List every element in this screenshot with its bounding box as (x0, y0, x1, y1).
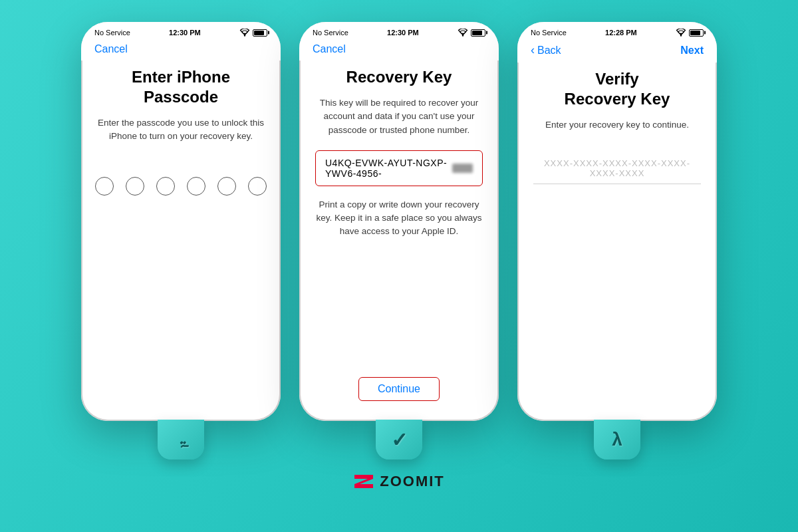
passcode-dot-4[interactable] (187, 177, 205, 196)
passcode-dot-2[interactable] (126, 177, 144, 196)
svg-point-1 (462, 35, 464, 36)
continue-button[interactable]: Continue (358, 377, 440, 401)
recovery-key-blur (452, 164, 473, 173)
phone1-wrapper: No Service 12:30 PM Ca (81, 22, 281, 460)
verify-input-container: XXXX-XXXX-XXXX-XXXX-XXXX-XXXX-XXXX (533, 158, 701, 184)
zoomit-logo-icon (353, 473, 374, 489)
back-label-3: Back (537, 45, 561, 57)
logo-text: ZOOMIT (380, 473, 445, 490)
back-chevron-icon: ‹ (531, 43, 535, 57)
phone2-tab: ✓ (376, 420, 422, 460)
battery-icon-3 (689, 29, 704, 37)
phone2-wrapper: No Service 12:30 PM Ca (299, 22, 499, 460)
back-button-3[interactable]: ‹ Back (531, 43, 561, 57)
wifi-icon-1 (239, 29, 250, 37)
battery-icon-1 (253, 29, 267, 37)
status-left-3: No Service (531, 29, 567, 37)
phone1: No Service 12:30 PM Ca (81, 22, 281, 421)
nav-bar-2: Cancel (299, 41, 499, 61)
phone2: No Service 12:30 PM Ca (299, 22, 499, 421)
passcode-dots (95, 177, 267, 196)
status-right-3 (676, 29, 704, 37)
status-bar-1: No Service 12:30 PM (81, 22, 281, 41)
cancel-button-1[interactable]: Cancel (94, 43, 128, 55)
status-center-1: 12:30 PM (169, 29, 201, 37)
recovery-key-value: U4KQ-EVWK-AYUT-NGXP-YWV6-4956- (325, 158, 450, 179)
phone2-title: Recovery Key (346, 67, 452, 87)
phone3-title: VerifyRecovery Key (565, 69, 670, 109)
phones-container: No Service 12:30 PM Ca (81, 22, 717, 460)
nav-bar-3: ‹ Back Next (517, 41, 717, 63)
phone3-wrapper: No Service 12:28 PM (517, 22, 717, 460)
status-left-1: No Service (94, 29, 130, 37)
verify-placeholder[interactable]: XXXX-XXXX-XXXX-XXXX-XXXX-XXXX-XXXX (533, 158, 701, 178)
recovery-key-text: U4KQ-EVWK-AYUT-NGXP-YWV6-4956- (325, 158, 473, 179)
phone3-content: VerifyRecovery Key Enter your recovery k… (517, 63, 717, 421)
phone2-footer: Print a copy or write down your recovery… (315, 198, 483, 239)
wifi-icon-3 (676, 29, 686, 37)
cancel-button-2[interactable]: Cancel (313, 43, 346, 55)
status-right-2 (458, 29, 485, 37)
svg-point-2 (680, 35, 682, 36)
phone2-tab-symbol: ✓ (391, 428, 408, 452)
nav-bar-1: Cancel (81, 41, 281, 61)
phone1-title: Enter iPhonePasscode (132, 67, 230, 107)
status-right-1 (239, 29, 267, 37)
passcode-dot-6[interactable] (248, 177, 267, 196)
svg-marker-3 (354, 475, 373, 488)
status-bar-2: No Service 12:30 PM (299, 22, 499, 41)
status-center-3: 12:28 PM (605, 29, 637, 37)
status-left-2: No Service (313, 29, 348, 37)
phone1-subtitle: Enter the passcode you use to unlock thi… (97, 116, 265, 144)
phone2-content: Recovery Key This key will be required t… (299, 61, 499, 421)
phone3: No Service 12:28 PM (517, 22, 717, 421)
passcode-dot-5[interactable] (217, 177, 236, 196)
recovery-key-box: U4KQ-EVWK-AYUT-NGXP-YWV6-4956- (315, 150, 483, 186)
status-bar-3: No Service 12:28 PM (517, 22, 717, 41)
phone3-subtitle: Enter your recovery key to continue. (545, 118, 689, 132)
passcode-dot-1[interactable] (95, 177, 114, 196)
phone1-content: Enter iPhonePasscode Enter the passcode … (81, 61, 281, 421)
phone1-tab-symbol: ۃ (175, 428, 188, 452)
status-center-2: 12:30 PM (387, 29, 419, 37)
battery-icon-2 (471, 29, 485, 37)
phone1-tab: ۃ (158, 420, 204, 460)
passcode-dot-3[interactable] (156, 177, 175, 196)
logo-container: ZOOMIT (353, 473, 445, 490)
svg-point-0 (244, 35, 245, 36)
phone3-tab: λ (594, 420, 640, 460)
next-button-3[interactable]: Next (680, 45, 704, 57)
phone2-subtitle: This key will be required to recover you… (315, 96, 483, 137)
wifi-icon-2 (458, 29, 468, 37)
phone3-tab-symbol: λ (612, 429, 622, 450)
